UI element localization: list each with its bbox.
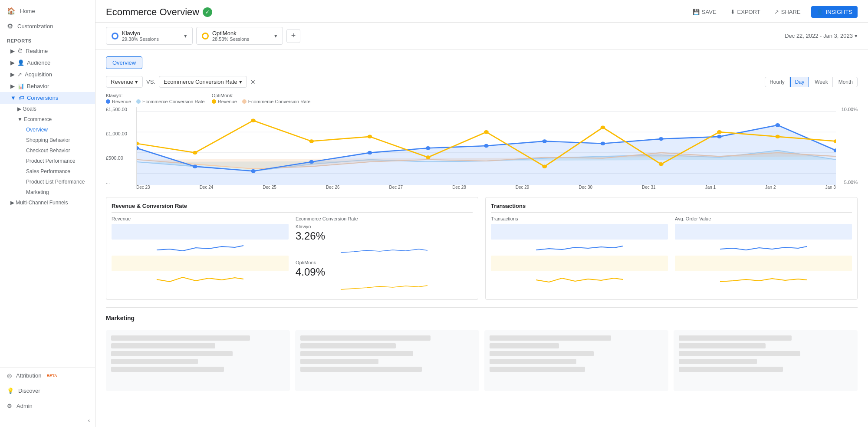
metric1-select[interactable]: Revenue ▾	[106, 76, 143, 88]
marketing-divider	[106, 307, 858, 308]
sidebar-admin-label: Admin	[16, 403, 33, 409]
optimonk-conversion-value: 4.09%	[296, 266, 473, 278]
svg-point-13	[484, 144, 489, 148]
sidebar-item-conversions[interactable]: ▼ 🏷 Conversions	[0, 92, 95, 104]
revenue-metric-cols: Revenue Ecommerce Conversion Rate K	[112, 216, 473, 294]
sidebar-item-acquisition[interactable]: ▶ ↗ Acquisition	[0, 69, 95, 80]
xaxis-dec25: Dec 25	[263, 185, 276, 194]
metric2-select[interactable]: Ecommerce Conversion Rate ▾	[159, 76, 247, 88]
revenue-col: Revenue	[112, 216, 289, 294]
legend-dot-orange	[212, 99, 216, 104]
blur-row	[679, 335, 792, 341]
sidebar-multichannel-label: Multi-Channel Funnels	[16, 200, 68, 206]
transactions-section-title: Transactions	[491, 203, 852, 213]
chevron-down-icon-2: ▾	[274, 33, 277, 39]
legend-klaviyo-revenue: Revenue	[106, 99, 131, 104]
attribution-icon: ◎	[7, 372, 12, 379]
revenue-blur-box-1	[112, 224, 289, 240]
chevron-down-icon: ▾	[184, 33, 187, 39]
save-button[interactable]: 💾 SAVE	[689, 7, 720, 17]
sidebar-audience-label: Audience	[27, 59, 50, 66]
transactions-header: Transactions	[491, 216, 668, 221]
multichannel-expand-icon: ▶	[10, 200, 14, 206]
sidebar-item-home[interactable]: 🏠 Home	[0, 3, 95, 19]
marketing-card-2	[295, 330, 479, 391]
segment-optimonk[interactable]: OptiMonk 28.53% Sessions ▾	[196, 27, 283, 45]
sidebar-item-realtime[interactable]: ▶ ⏱ Realtime	[0, 45, 95, 57]
sidebar-top: 🏠 Home ⚙ Customization REPORTS ▶ ⏱ Realt…	[0, 0, 95, 211]
avg-order-blur-2	[675, 256, 852, 271]
insights-button[interactable]: 👤 INSIGHTS	[811, 6, 858, 18]
blur-row	[111, 359, 198, 364]
blur-row	[300, 335, 431, 341]
avg-order-sparkline-orange	[675, 273, 852, 286]
sidebar-item-overview[interactable]: Overview	[0, 125, 95, 135]
conversion-sparkline-blue	[296, 244, 473, 257]
sidebar-goals-label: Goals	[23, 106, 36, 112]
sidebar-item-discover[interactable]: 💡 Discover	[0, 383, 95, 398]
sidebar-collapse-button[interactable]: ‹	[0, 414, 95, 427]
blur-row	[679, 367, 783, 372]
goals-expand-icon: ▶	[17, 106, 21, 112]
metrics-sections: Revenue & Conversion Rate Revenue	[106, 197, 858, 300]
klaviyo-sessions: 29.38% Sessions	[122, 36, 159, 42]
page-title-text: Ecommerce Overview	[106, 7, 199, 18]
segment-klaviyo[interactable]: Klaviyo 29.38% Sessions ▾	[106, 27, 193, 45]
sidebar-item-checkout-behavior[interactable]: Checkout Behavior	[0, 145, 95, 156]
sidebar-item-customization[interactable]: ⚙ Customization	[0, 19, 95, 34]
sidebar: 🏠 Home ⚙ Customization REPORTS ▶ ⏱ Realt…	[0, 0, 95, 427]
sidebar-item-ecommerce[interactable]: ▼ Ecommerce	[0, 114, 95, 125]
time-btn-week[interactable]: Week	[810, 77, 832, 87]
sidebar-item-sales-performance[interactable]: Sales Performance	[0, 166, 95, 177]
time-btn-month[interactable]: Month	[834, 77, 858, 87]
svg-point-29	[659, 162, 664, 166]
legend-optimonk-conversion: Ecommerce Conversion Rate	[242, 99, 311, 104]
chart-controls: Revenue ▾ VS. Ecommerce Conversion Rate …	[106, 76, 858, 88]
add-segment-button[interactable]: +	[286, 29, 300, 43]
optimonk-source: OptiMonk	[296, 260, 473, 265]
xaxis-dec29: Dec 29	[516, 185, 529, 194]
acquisition-icon: ↗	[17, 71, 22, 78]
tab-overview[interactable]: Overview	[106, 56, 142, 69]
chart-yaxis-right: 10.00% 5.00%	[836, 107, 858, 185]
legend-dot-light-orange	[242, 99, 247, 104]
sidebar-item-marketing[interactable]: Marketing	[0, 187, 95, 197]
export-icon: ⬇	[730, 9, 735, 15]
sidebar-home-label: Home	[20, 8, 35, 14]
sidebar-item-multichannel[interactable]: ▶ Multi-Channel Funnels	[0, 197, 95, 208]
sidebar-productlist-label: Product List Performance	[26, 179, 85, 185]
sidebar-item-behavior[interactable]: ▶ 📊 Behavior	[0, 80, 95, 92]
revenue-section-title: Revenue & Conversion Rate	[112, 203, 473, 213]
klaviyo-source: Klaviyo	[296, 224, 473, 229]
segments-bar: Klaviyo 29.38% Sessions ▾ OptiMonk 28.53…	[95, 23, 868, 49]
topbar-actions: 💾 SAVE ⬇ EXPORT ↗ SHARE 👤 INSIGHTS	[689, 6, 858, 18]
clear-metric-icon[interactable]: ✕	[250, 79, 256, 85]
sidebar-item-attribution[interactable]: ◎ Attribution BETA	[0, 368, 95, 383]
blur-row	[111, 351, 233, 356]
metric2-label: Ecommerce Conversion Rate	[164, 79, 237, 85]
klaviyo-dot	[112, 33, 118, 39]
svg-point-8	[193, 164, 197, 168]
legend-dot-blue	[106, 99, 110, 104]
sidebar-item-product-performance[interactable]: Product Performance	[0, 156, 95, 166]
time-btn-day[interactable]: Day	[790, 77, 809, 87]
sidebar-bottom: ◎ Attribution BETA 💡 Discover ⚙ Admin ‹	[0, 368, 95, 427]
blur-row	[490, 335, 611, 341]
klaviyo-conversion-value: 3.26%	[296, 230, 473, 242]
sidebar-item-goals[interactable]: ▶ Goals	[0, 104, 95, 114]
blur-row	[111, 335, 250, 341]
main-chart-container: £1,500.00 £1,000.00 £500.00 ... 10.00% 5…	[106, 107, 858, 194]
xaxis-dec24: Dec 24	[200, 185, 214, 194]
sidebar-item-shopping-behavior[interactable]: Shopping Behavior	[0, 135, 95, 145]
export-button[interactable]: ⬇ EXPORT	[727, 7, 764, 17]
sidebar-item-admin[interactable]: ⚙ Admin	[0, 398, 95, 414]
date-range-picker[interactable]: Dec 22, 2022 - Jan 3, 2023 ▾	[785, 33, 858, 39]
sidebar-item-audience[interactable]: ▶ 👤 Audience	[0, 57, 95, 69]
admin-icon: ⚙	[7, 403, 12, 409]
legend-revenue-label-2: Revenue	[218, 99, 237, 104]
share-button[interactable]: ↗ SHARE	[771, 7, 804, 17]
time-btn-hourly[interactable]: Hourly	[765, 77, 789, 87]
sidebar-item-product-list-performance[interactable]: Product List Performance	[0, 177, 95, 187]
conversions-icon: 🏷	[19, 95, 24, 101]
svg-point-14	[542, 139, 547, 143]
